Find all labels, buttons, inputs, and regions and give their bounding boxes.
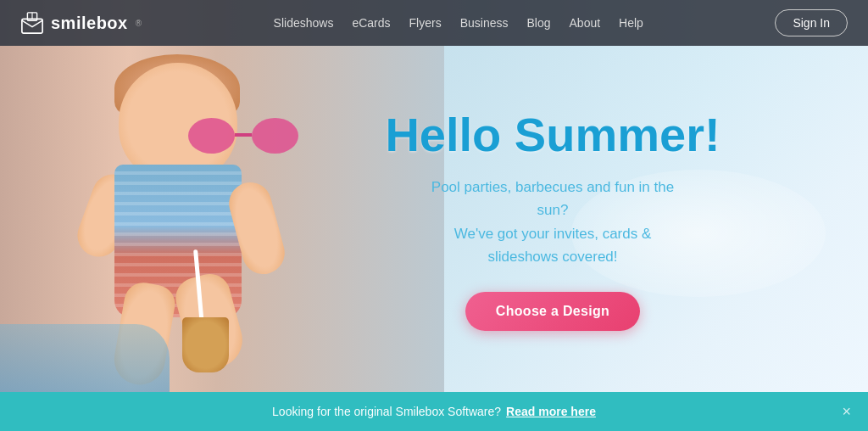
- hero-section: Hello Summer! Pool parties, barbecues an…: [0, 0, 868, 392]
- nav-slideshows[interactable]: Slideshows: [274, 16, 334, 30]
- choose-design-button[interactable]: Choose a Design: [465, 292, 640, 331]
- hero-content: Hello Summer! Pool parties, barbecues an…: [0, 46, 868, 392]
- nav-ecards[interactable]: eCards: [352, 16, 390, 30]
- bottom-banner: Looking for the original Smilebox Softwa…: [0, 392, 868, 431]
- hero-subtitle-line1: Pool parties, barbecues and fun in the s…: [431, 179, 674, 218]
- nav-about[interactable]: About: [570, 16, 601, 30]
- logo-area: smilebox ®: [20, 11, 142, 35]
- nav-blog[interactable]: Blog: [526, 16, 550, 30]
- hero-subtitle: Pool parties, barbecues and fun in the s…: [417, 176, 688, 268]
- site-header: smilebox ® Slideshows eCards Flyers Busi…: [0, 0, 868, 46]
- nav-flyers[interactable]: Flyers: [409, 16, 442, 30]
- nav-business[interactable]: Business: [460, 16, 509, 30]
- hero-subtitle-line2: We've got your invites, cards & slidesho…: [454, 226, 652, 265]
- logo-text: smilebox: [51, 14, 128, 33]
- nav-help[interactable]: Help: [619, 16, 643, 30]
- banner-text: Looking for the original Smilebox Softwa…: [272, 405, 501, 418]
- banner-link[interactable]: Read more here: [506, 405, 596, 418]
- banner-close-button[interactable]: ×: [842, 403, 851, 421]
- main-nav: Slideshows eCards Flyers Business Blog A…: [274, 16, 643, 30]
- logo-trademark: ®: [136, 19, 142, 28]
- signin-button[interactable]: Sign In: [775, 9, 848, 36]
- smilebox-logo-icon: [20, 11, 44, 35]
- hero-title: Hello Summer!: [385, 107, 720, 162]
